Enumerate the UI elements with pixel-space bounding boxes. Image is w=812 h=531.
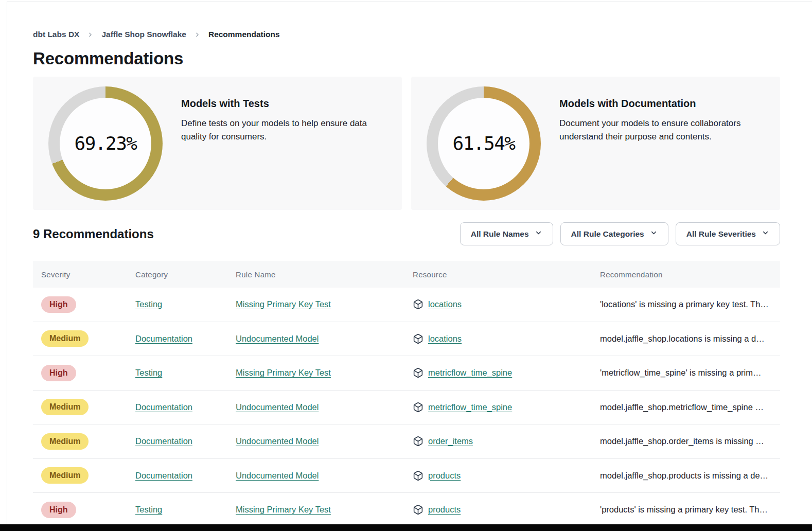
category-link[interactable]: Testing [135, 368, 162, 377]
resource-link[interactable]: metricflow_time_spine [428, 402, 512, 412]
recommendation-text: 'metricflow_time_spine' is missing a pri… [592, 368, 780, 378]
rule-severities-filter-dropdown[interactable]: All Rule Severities [676, 222, 780, 245]
models-with-tests-card: 69.23% Models with Tests Define tests on… [33, 77, 402, 210]
chevron-right-icon [194, 31, 201, 38]
resource-link[interactable]: metricflow_time_spine [428, 368, 512, 378]
models-with-documentation-percentage: 61.54% [427, 86, 541, 201]
resource-link[interactable]: products [428, 505, 461, 515]
recommendations-count-title: 9 Recommendations [33, 227, 154, 241]
card-description: Document your models to ensure collabora… [559, 117, 765, 144]
filter-label: All Rule Severities [686, 229, 756, 239]
resource-link[interactable]: locations [428, 299, 462, 309]
table-row: Medium Documentation Undocumented Model … [33, 459, 780, 493]
models-with-tests-donut-chart: 69.23% [48, 86, 163, 201]
severity-badge: High [41, 365, 76, 381]
breadcrumb-item-recommendations: Recommendations [208, 30, 280, 39]
filter-label: All Rule Categories [571, 229, 644, 239]
chevron-down-icon [762, 229, 769, 239]
window-left-border [7, 2, 7, 531]
table-header-row: Severity Category Rule Name Resource Rec… [33, 261, 780, 288]
severity-badge: Medium [41, 433, 89, 450]
severity-badge: High [41, 296, 76, 313]
category-link[interactable]: Testing [135, 299, 162, 309]
breadcrumb-item-jaffle-shop-snowflake[interactable]: Jaffle Shop Snowflake [101, 30, 186, 39]
table-row: Medium Documentation Undocumented Model … [33, 424, 780, 459]
main-content: dbt Labs DX Jaffle Shop Snowflake Recomm… [33, 0, 780, 527]
rule-categories-filter-dropdown[interactable]: All Rule Categories [560, 222, 668, 245]
table-row: High Testing Missing Primary Key Test me… [33, 356, 780, 391]
category-link[interactable]: Documentation [135, 471, 192, 480]
page-title: Recommendations [33, 49, 780, 68]
models-with-documentation-card: 61.54% Models with Documentation Documen… [411, 77, 780, 210]
severity-badge: Medium [41, 467, 89, 484]
recommendations-list-header: 9 Recommendations All Rule Names All Rul… [33, 222, 780, 245]
rule-name-link[interactable]: Missing Primary Key Test [236, 299, 331, 309]
models-with-tests-percentage: 69.23% [48, 86, 163, 201]
recommendation-text: 'products' is missing a primary key test… [592, 505, 780, 515]
column-header-recommendation: Recommendation [592, 270, 780, 279]
card-title: Models with Documentation [559, 98, 765, 110]
recommendation-text: 'locations' is missing a primary key tes… [592, 299, 780, 309]
card-title: Models with Tests [181, 98, 386, 110]
category-link[interactable]: Documentation [135, 402, 192, 412]
model-cube-icon [413, 470, 423, 481]
bottom-edge-bar [0, 524, 812, 531]
recommendation-text: model.jaffle_shop.locations is missing a… [592, 334, 780, 344]
breadcrumb: dbt Labs DX Jaffle Shop Snowflake Recomm… [33, 30, 780, 39]
severity-badge: Medium [41, 399, 89, 415]
models-with-documentation-donut-chart: 61.54% [427, 86, 541, 201]
rule-name-link[interactable]: Undocumented Model [236, 471, 319, 480]
rule-names-filter-dropdown[interactable]: All Rule Names [460, 222, 553, 245]
resource-link[interactable]: order_items [428, 436, 473, 446]
model-cube-icon [413, 402, 423, 413]
chevron-right-icon [87, 31, 94, 38]
rule-name-link[interactable]: Undocumented Model [236, 334, 319, 343]
recommendations-table: Severity Category Rule Name Resource Rec… [33, 261, 780, 527]
recommendation-text: model.jaffle_shop.metricflow_time_spine … [592, 402, 780, 412]
chevron-down-icon [650, 229, 658, 239]
rule-name-link[interactable]: Undocumented Model [236, 402, 319, 412]
chevron-down-icon [535, 229, 542, 239]
table-row: High Testing Missing Primary Key Test lo… [33, 288, 780, 322]
resource-link[interactable]: locations [428, 334, 462, 344]
filter-label: All Rule Names [471, 229, 529, 239]
table-row: Medium Documentation Undocumented Model … [33, 391, 780, 425]
column-header-category: Category [127, 270, 227, 279]
table-body: High Testing Missing Primary Key Test lo… [33, 288, 780, 527]
category-link[interactable]: Testing [135, 505, 162, 514]
breadcrumb-item-dbt-labs-dx[interactable]: dbt Labs DX [33, 30, 79, 39]
recommendation-text: model.jaffle_shop.products is missing a … [592, 471, 780, 481]
rule-name-link[interactable]: Undocumented Model [236, 436, 319, 446]
column-header-rule-name: Rule Name [227, 270, 404, 279]
rule-name-link[interactable]: Missing Primary Key Test [236, 368, 331, 377]
severity-badge: High [41, 502, 76, 518]
column-header-severity: Severity [33, 270, 127, 279]
model-cube-icon [413, 367, 423, 378]
card-description: Define tests on your models to help ensu… [181, 117, 386, 144]
metric-cards: 69.23% Models with Tests Define tests on… [33, 77, 780, 210]
model-cube-icon [413, 504, 423, 515]
table-row: High Testing Missing Primary Key Test pr… [33, 493, 780, 527]
model-cube-icon [413, 299, 423, 310]
resource-link[interactable]: products [428, 471, 461, 481]
filter-bar: All Rule Names All Rule Categories All R… [460, 222, 780, 245]
severity-badge: Medium [41, 330, 89, 347]
category-link[interactable]: Documentation [135, 334, 192, 343]
model-cube-icon [413, 436, 423, 447]
category-link[interactable]: Documentation [135, 436, 192, 446]
column-header-resource: Resource [404, 270, 592, 279]
model-cube-icon [413, 333, 423, 344]
table-row: Medium Documentation Undocumented Model … [33, 322, 780, 357]
rule-name-link[interactable]: Missing Primary Key Test [236, 505, 331, 514]
recommendation-text: model.jaffle_shop.order_items is missing… [592, 436, 780, 446]
